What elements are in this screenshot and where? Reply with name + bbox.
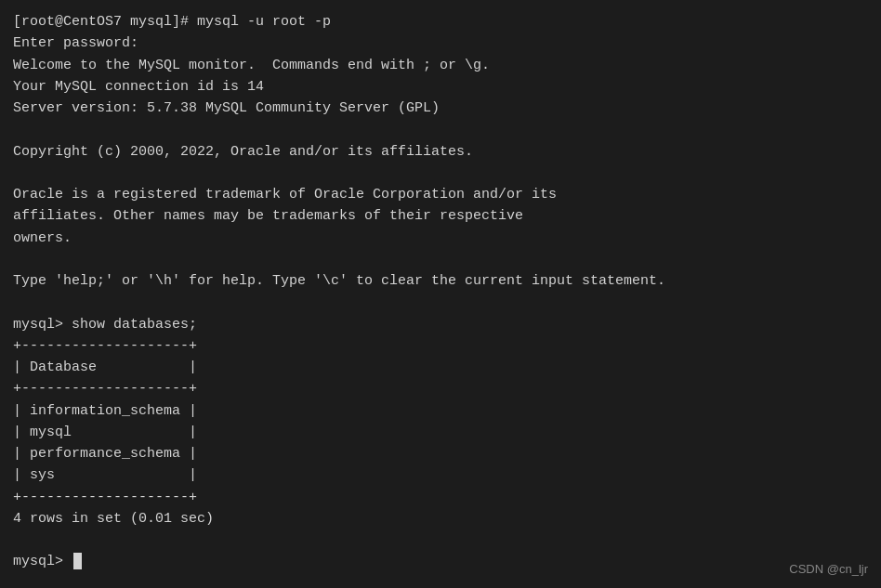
terminal-output: [root@CentOS7 mysql]# mysql -u root -p E… (13, 11, 868, 573)
terminal-cursor (73, 553, 82, 569)
watermark: CSDN @cn_ljr (789, 560, 868, 579)
terminal-window: [root@CentOS7 mysql]# mysql -u root -p E… (0, 0, 881, 588)
